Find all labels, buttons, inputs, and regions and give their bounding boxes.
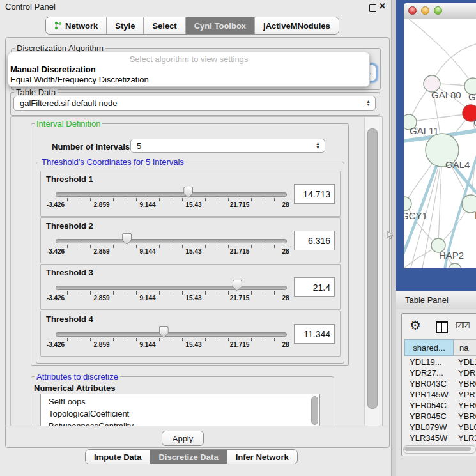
- network-node-label: HAP2: [439, 250, 464, 261]
- table-panel-title: Table Panel: [405, 295, 449, 305]
- tab-label: Network: [65, 21, 98, 31]
- tab-network[interactable]: Network: [46, 17, 106, 34]
- mouse-cursor: [387, 231, 394, 240]
- combo-arrows-icon: ▲▼: [366, 100, 371, 107]
- network-view-frame[interactable]: GAL80GACGAL11GAL4GCY1HHAP2: [396, 0, 476, 291]
- table-cell-name[interactable]: YDR2: [458, 368, 476, 378]
- numerical-attributes-label: Numerical Attributes: [34, 383, 115, 393]
- algorithm-popup-item[interactable]: Equal Width/Frequency Discretization: [10, 75, 149, 84]
- tab-impute-data[interactable]: Impute Data: [86, 450, 150, 464]
- tab-infer-network[interactable]: Infer Network: [227, 450, 297, 464]
- threshold-slider-track[interactable]: [56, 192, 287, 197]
- node-table: ⚙ ☑☑ shared... na YDL19...YDL1YDR27...YD…: [401, 313, 476, 456]
- threshold-box-1: Threshold 1-3.4262.8599.14415.4321.71528…: [40, 171, 341, 217]
- settings-scroll-viewport: Interval Definition Number of Intervals …: [10, 116, 383, 426]
- network-edge[interactable]: [409, 19, 473, 85]
- table-cell-shared[interactable]: YLR345W: [410, 433, 447, 443]
- table-cell-name[interactable]: YDL1: [458, 357, 476, 367]
- table-cell-name[interactable]: YBL0: [458, 422, 476, 432]
- table-cell-name[interactable]: YPR1: [458, 390, 476, 399]
- threshold-value-field[interactable]: 6.316: [294, 231, 335, 250]
- close-icon[interactable]: ✕: [379, 1, 386, 11]
- gear-icon[interactable]: ⚙: [410, 319, 421, 332]
- top-tab-strip: NetworkStyleSelectCyni ToolboxjActiveMNo…: [45, 17, 339, 35]
- tab-label: Cyni Toolbox: [194, 21, 246, 31]
- column-header-name[interactable]: na: [454, 339, 476, 356]
- slider-tick-label: 2.859: [93, 201, 109, 208]
- table-cell-shared[interactable]: YPR145W: [410, 390, 449, 399]
- slider-tick-label: 2.859: [93, 295, 109, 302]
- close-traffic-light-icon[interactable]: [408, 6, 417, 15]
- apply-button[interactable]: Apply: [162, 431, 204, 446]
- network-edge[interactable]: [432, 44, 476, 84]
- threshold-slider-track[interactable]: [56, 286, 287, 290]
- attribute-item[interactable]: TopologicalCoefficient: [49, 409, 129, 418]
- tab-label: Infer Network: [236, 452, 289, 462]
- network-canvas[interactable]: GAL80GACGAL11GAL4GCY1HHAP2: [404, 19, 476, 268]
- threshold-value-field[interactable]: 14.713: [294, 184, 335, 204]
- column-header-shared[interactable]: shared...: [404, 339, 454, 356]
- algorithm-popup-item[interactable]: Manual Discretization: [10, 65, 96, 74]
- threshold-label: Threshold 1: [46, 174, 93, 184]
- thresholds-container: Threshold 1-3.4262.8599.14415.4321.71528…: [36, 162, 343, 362]
- table-cell-name[interactable]: YER0: [458, 401, 476, 410]
- tab-label: Impute Data: [94, 452, 141, 462]
- tab-cyni-toolbox[interactable]: Cyni Toolbox: [185, 17, 254, 34]
- control-panel-title: Control Panel: [5, 2, 56, 12]
- tab-select[interactable]: Select: [143, 17, 185, 34]
- attributes-list-scrollbar[interactable]: [311, 396, 318, 425]
- columns-icon[interactable]: [436, 321, 448, 333]
- number-of-intervals-combobox[interactable]: 5 ▲▼: [130, 139, 325, 153]
- table-cell-shared[interactable]: YDR27...: [410, 368, 443, 378]
- network-node-green[interactable]: [449, 263, 461, 268]
- screen: Control Panel ✕ NetworkStyleSelectCyni T…: [0, 0, 476, 476]
- table-cell-shared[interactable]: YBL079W: [410, 422, 447, 432]
- settings-scrollbar-thumb[interactable]: [367, 128, 378, 409]
- network-node-label: GCY1: [404, 210, 427, 221]
- table-cell-shared[interactable]: YER054C: [410, 401, 447, 410]
- network-node-green[interactable]: [462, 195, 476, 213]
- table-hscrollbar[interactable]: [403, 445, 476, 454]
- network-icon: [54, 21, 62, 30]
- threshold-box-3: Threshold 3-3.4262.8599.14415.4321.71528…: [40, 264, 341, 310]
- table-cell-name[interactable]: YBR0: [458, 379, 476, 388]
- network-node-label: GA: [468, 91, 476, 102]
- float-window-icon[interactable]: [369, 4, 376, 12]
- table-cell-shared[interactable]: YBR043C: [410, 379, 447, 388]
- threshold-slider-track[interactable]: [56, 332, 287, 337]
- slider-tick-label: -3.426: [47, 295, 65, 302]
- interval-definition-group-title: Interval Definition: [35, 119, 102, 128]
- slider-tick-label: 2.859: [93, 341, 109, 348]
- network-window-titlebar[interactable]: [404, 3, 476, 19]
- tab-label: jActiveMNodules: [263, 21, 330, 31]
- attribute-item[interactable]: SelfLoops: [49, 397, 86, 406]
- checkboxes-icon[interactable]: ☑☑: [456, 320, 469, 330]
- network-node-label: C: [473, 117, 476, 128]
- tab-jactivemnodules[interactable]: jActiveMNodules: [254, 17, 339, 34]
- slider-tick-label: 21.715: [230, 248, 250, 255]
- slider-tick-label: -3.426: [47, 201, 65, 208]
- bottom-tab-strip: Impute DataDiscretize DataInfer Network: [85, 449, 298, 464]
- zoom-traffic-light-icon[interactable]: [434, 6, 442, 15]
- numerical-attributes-list[interactable]: SelfLoopsTopologicalCoefficientBetweenne…: [40, 394, 320, 426]
- slider-tick-label: 28: [282, 341, 289, 348]
- threshold-value-field[interactable]: 11.344: [294, 324, 335, 344]
- network-window: GAL80GACGAL11GAL4GCY1HHAP2: [404, 3, 476, 268]
- threshold-label: Threshold 3: [46, 268, 93, 277]
- network-node-green[interactable]: [404, 197, 411, 211]
- table-cell-name[interactable]: YBR0: [458, 411, 476, 421]
- threshold-value-field[interactable]: 21.4: [294, 277, 335, 297]
- network-edge[interactable]: [410, 114, 470, 122]
- table-cell-shared[interactable]: YBR045C: [410, 411, 447, 421]
- table-cell-name[interactable]: YLR3: [458, 433, 476, 443]
- table-data-combobox[interactable]: galFiltered.sif default node ▲▼: [13, 96, 376, 111]
- tab-style[interactable]: Style: [106, 17, 143, 34]
- threshold-slider-track[interactable]: [56, 239, 287, 243]
- minimize-traffic-light-icon[interactable]: [421, 6, 429, 15]
- slider-tick-label: 21.715: [230, 201, 250, 208]
- tab-discretize-data[interactable]: Discretize Data: [150, 450, 226, 464]
- slider-tick-label: 9.144: [139, 201, 155, 208]
- control-panel: Control Panel ✕ NetworkStyleSelectCyni T…: [0, 0, 392, 476]
- slider-tick-label: 21.715: [230, 295, 250, 302]
- table-cell-shared[interactable]: YDL19...: [410, 357, 442, 367]
